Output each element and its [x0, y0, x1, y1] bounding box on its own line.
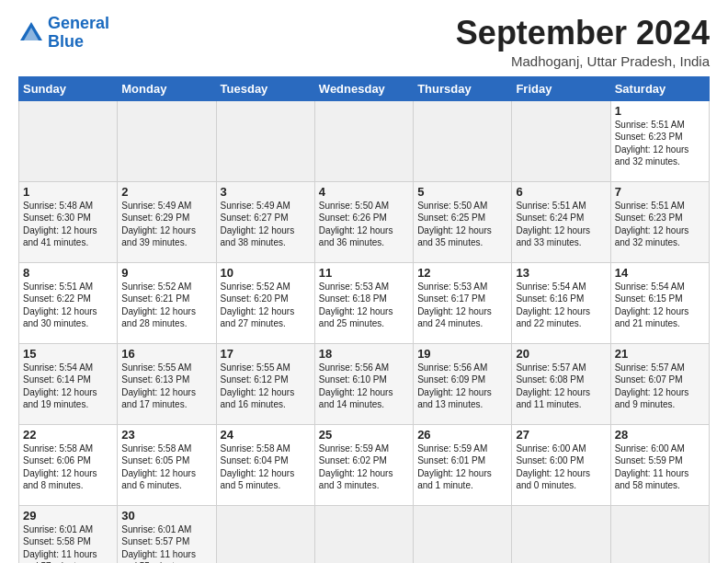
day-info: Sunrise: 5:54 AM Sunset: 6:15 PM Dayligh… [615, 281, 705, 330]
day-info: Sunrise: 5:52 AM Sunset: 6:21 PM Dayligh… [121, 281, 211, 330]
logo-text: General Blue [48, 15, 109, 52]
day-number: 3 [221, 185, 311, 199]
calendar-table: SundayMondayTuesdayWednesdayThursdayFrid… [18, 76, 710, 563]
calendar-cell: 13Sunrise: 5:54 AM Sunset: 6:16 PM Dayli… [512, 262, 610, 343]
subtitle: Madhoganj, Uttar Pradesh, India [456, 53, 710, 69]
calendar-cell: 21Sunrise: 5:57 AM Sunset: 6:07 PM Dayli… [610, 343, 709, 424]
day-number: 4 [319, 185, 409, 199]
calendar-cell [118, 100, 216, 181]
day-info: Sunrise: 5:50 AM Sunset: 6:26 PM Dayligh… [319, 200, 409, 249]
logo: General Blue [18, 15, 109, 52]
day-info: Sunrise: 5:53 AM Sunset: 6:18 PM Dayligh… [319, 281, 409, 330]
day-info: Sunrise: 5:51 AM Sunset: 6:24 PM Dayligh… [516, 200, 606, 249]
day-number: 28 [615, 428, 705, 442]
day-info: Sunrise: 5:49 AM Sunset: 6:27 PM Dayligh… [221, 200, 311, 249]
day-info: Sunrise: 5:56 AM Sunset: 6:10 PM Dayligh… [319, 362, 409, 411]
calendar-cell [414, 100, 512, 181]
day-number: 7 [615, 185, 705, 199]
calendar-cell: 27Sunrise: 6:00 AM Sunset: 6:00 PM Dayli… [512, 424, 610, 505]
calendar-cell [216, 505, 314, 563]
day-number: 19 [417, 347, 507, 361]
day-info: Sunrise: 6:01 AM Sunset: 5:57 PM Dayligh… [121, 523, 211, 563]
day-info: Sunrise: 5:58 AM Sunset: 6:05 PM Dayligh… [121, 442, 211, 492]
day-number: 26 [417, 428, 507, 442]
calendar-cell: 1Sunrise: 5:48 AM Sunset: 6:30 PM Daylig… [19, 181, 118, 262]
day-info: Sunrise: 5:56 AM Sunset: 6:09 PM Dayligh… [417, 362, 507, 411]
day-number: 17 [221, 347, 311, 361]
day-number: 11 [319, 266, 409, 280]
day-info: Sunrise: 5:53 AM Sunset: 6:17 PM Dayligh… [417, 281, 507, 330]
calendar-cell: 17Sunrise: 5:55 AM Sunset: 6:12 PM Dayli… [216, 343, 314, 424]
calendar-cell [314, 505, 413, 563]
calendar-cell: 7Sunrise: 5:51 AM Sunset: 6:23 PM Daylig… [610, 181, 709, 262]
day-info: Sunrise: 5:57 AM Sunset: 6:07 PM Dayligh… [615, 362, 705, 411]
calendar-cell: 20Sunrise: 5:57 AM Sunset: 6:08 PM Dayli… [512, 343, 610, 424]
calendar-cell: 11Sunrise: 5:53 AM Sunset: 6:18 PM Dayli… [314, 262, 413, 343]
day-header-saturday: Saturday [610, 76, 709, 100]
calendar-cell: 26Sunrise: 5:59 AM Sunset: 6:01 PM Dayli… [414, 424, 512, 505]
calendar-cell: 18Sunrise: 5:56 AM Sunset: 6:10 PM Dayli… [314, 343, 413, 424]
day-info: Sunrise: 5:59 AM Sunset: 6:02 PM Dayligh… [319, 442, 409, 492]
day-info: Sunrise: 6:01 AM Sunset: 5:58 PM Dayligh… [23, 523, 113, 563]
calendar-cell: 10Sunrise: 5:52 AM Sunset: 6:20 PM Dayli… [216, 262, 314, 343]
calendar-cell: 2Sunrise: 5:49 AM Sunset: 6:29 PM Daylig… [118, 181, 216, 262]
calendar-cell: 28Sunrise: 6:00 AM Sunset: 5:59 PM Dayli… [610, 424, 709, 505]
calendar-cell [216, 100, 314, 181]
calendar-cell [512, 505, 610, 563]
calendar-cell: 24Sunrise: 5:58 AM Sunset: 6:04 PM Dayli… [216, 424, 314, 505]
day-info: Sunrise: 5:59 AM Sunset: 6:01 PM Dayligh… [417, 442, 507, 492]
logo-icon [18, 20, 44, 46]
day-number: 6 [516, 185, 606, 199]
day-header-thursday: Thursday [414, 76, 512, 100]
day-info: Sunrise: 5:57 AM Sunset: 6:08 PM Dayligh… [516, 362, 606, 411]
main-title: September 2024 [456, 15, 710, 52]
calendar-cell: 15Sunrise: 5:54 AM Sunset: 6:14 PM Dayli… [19, 343, 118, 424]
calendar-cell: 3Sunrise: 5:49 AM Sunset: 6:27 PM Daylig… [216, 181, 314, 262]
day-number: 12 [417, 266, 507, 280]
day-info: Sunrise: 5:55 AM Sunset: 6:13 PM Dayligh… [121, 362, 211, 411]
page: General Blue September 2024 Madhoganj, U… [0, 0, 728, 563]
day-header-tuesday: Tuesday [216, 76, 314, 100]
day-info: Sunrise: 5:51 AM Sunset: 6:23 PM Dayligh… [615, 200, 705, 249]
calendar-cell: 25Sunrise: 5:59 AM Sunset: 6:02 PM Dayli… [314, 424, 413, 505]
calendar-cell: 8Sunrise: 5:51 AM Sunset: 6:22 PM Daylig… [19, 262, 118, 343]
calendar-cell: 6Sunrise: 5:51 AM Sunset: 6:24 PM Daylig… [512, 181, 610, 262]
day-info: Sunrise: 5:54 AM Sunset: 6:14 PM Dayligh… [23, 362, 113, 411]
calendar-cell: 30Sunrise: 6:01 AM Sunset: 5:57 PM Dayli… [118, 505, 216, 563]
day-info: Sunrise: 5:55 AM Sunset: 6:12 PM Dayligh… [221, 362, 311, 411]
logo-line1: General [48, 14, 109, 32]
day-info: Sunrise: 5:50 AM Sunset: 6:25 PM Dayligh… [417, 200, 507, 249]
day-info: Sunrise: 5:51 AM Sunset: 6:22 PM Dayligh… [23, 281, 113, 330]
day-number: 10 [221, 266, 311, 280]
day-header-friday: Friday [512, 76, 610, 100]
day-number: 13 [516, 266, 606, 280]
day-number: 9 [121, 266, 211, 280]
day-number: 2 [121, 185, 211, 199]
calendar-cell: 19Sunrise: 5:56 AM Sunset: 6:09 PM Dayli… [414, 343, 512, 424]
calendar-cell: 22Sunrise: 5:58 AM Sunset: 6:06 PM Dayli… [19, 424, 118, 505]
calendar-cell: 23Sunrise: 5:58 AM Sunset: 6:05 PM Dayli… [118, 424, 216, 505]
day-number: 24 [221, 428, 311, 442]
title-block: September 2024 Madhoganj, Uttar Pradesh,… [456, 15, 710, 69]
header: General Blue September 2024 Madhoganj, U… [18, 15, 710, 69]
day-number: 14 [615, 266, 705, 280]
day-info: Sunrise: 5:49 AM Sunset: 6:29 PM Dayligh… [121, 200, 211, 249]
calendar-cell: 1Sunrise: 5:51 AM Sunset: 6:23 PM Daylig… [610, 100, 709, 181]
day-info: Sunrise: 5:52 AM Sunset: 6:20 PM Dayligh… [221, 281, 311, 330]
calendar-cell [512, 100, 610, 181]
day-number: 15 [23, 347, 113, 361]
day-number: 20 [516, 347, 606, 361]
day-number: 23 [121, 428, 211, 442]
day-info: Sunrise: 5:54 AM Sunset: 6:16 PM Dayligh… [516, 281, 606, 330]
calendar-cell [610, 505, 709, 563]
logo-line2: Blue [48, 32, 84, 51]
day-number: 16 [121, 347, 211, 361]
day-header-monday: Monday [118, 76, 216, 100]
day-info: Sunrise: 5:58 AM Sunset: 6:04 PM Dayligh… [221, 442, 311, 492]
calendar-cell: 12Sunrise: 5:53 AM Sunset: 6:17 PM Dayli… [414, 262, 512, 343]
day-number: 1 [23, 185, 113, 199]
calendar-cell: 9Sunrise: 5:52 AM Sunset: 6:21 PM Daylig… [118, 262, 216, 343]
day-header-sunday: Sunday [19, 76, 118, 100]
day-number: 5 [417, 185, 507, 199]
day-number: 8 [23, 266, 113, 280]
